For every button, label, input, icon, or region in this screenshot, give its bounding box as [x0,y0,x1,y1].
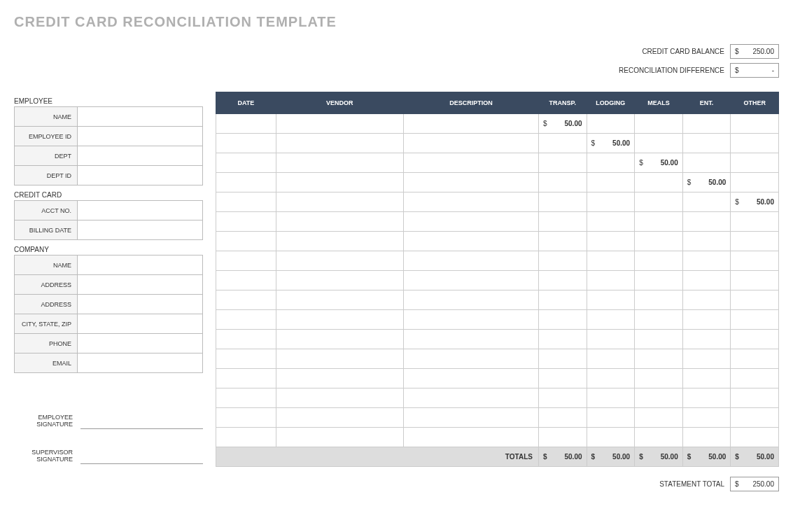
cell-meals[interactable] [635,310,683,330]
cell-description[interactable] [403,114,538,134]
cell-vendor[interactable] [276,408,403,428]
cell-meals[interactable]: $50.00 [635,153,683,173]
employee-id-input[interactable] [78,127,203,146]
cell-meals[interactable] [635,349,683,369]
cell-vendor[interactable] [276,212,403,232]
cell-transp[interactable] [538,192,587,212]
billing-date-input[interactable] [78,220,203,240]
cell-other[interactable] [731,134,779,153]
cell-description[interactable] [403,232,538,251]
acct-no-input[interactable] [78,201,203,220]
cell-ent[interactable] [682,310,731,330]
cell-vendor[interactable] [276,153,403,173]
cell-date[interactable] [216,173,276,192]
cell-ent[interactable]: $50.00 [682,173,731,192]
cell-lodging[interactable] [587,349,635,369]
cell-transp[interactable] [538,349,587,369]
cell-lodging[interactable] [587,369,635,388]
cell-other[interactable] [731,271,779,290]
cell-meals[interactable] [635,408,683,428]
cell-date[interactable] [216,349,276,369]
cell-meals[interactable] [635,192,683,212]
company-address2-input[interactable] [78,295,203,314]
company-name-input[interactable] [78,255,203,275]
cell-other[interactable]: $50.00 [731,192,779,212]
cell-transp[interactable] [538,212,587,232]
cell-other[interactable] [731,428,779,447]
cell-lodging[interactable] [587,153,635,173]
cell-transp[interactable] [538,310,587,330]
cell-date[interactable] [216,212,276,232]
cell-other[interactable] [731,153,779,173]
cell-transp[interactable] [538,369,587,388]
cell-transp[interactable]: $50.00 [538,114,587,134]
dept-id-input[interactable] [78,166,203,186]
cell-transp[interactable] [538,290,587,310]
cell-description[interactable] [403,290,538,310]
cell-transp[interactable] [538,251,587,271]
cell-transp[interactable] [538,408,587,428]
cell-other[interactable] [731,369,779,388]
cell-transp[interactable] [538,330,587,349]
cell-other[interactable] [731,290,779,310]
cell-date[interactable] [216,192,276,212]
cell-ent[interactable] [682,192,731,212]
cell-date[interactable] [216,251,276,271]
cell-meals[interactable] [635,330,683,349]
cell-vendor[interactable] [276,330,403,349]
dept-input[interactable] [78,146,203,166]
statement-total-box[interactable]: $ 250.00 [730,477,779,491]
cell-other[interactable] [731,173,779,192]
cell-ent[interactable] [682,153,731,173]
cell-ent[interactable] [682,232,731,251]
company-phone-input[interactable] [78,334,203,354]
cell-other[interactable] [731,388,779,408]
cell-meals[interactable] [635,114,683,134]
cell-lodging[interactable] [587,408,635,428]
cell-lodging[interactable] [587,330,635,349]
cell-ent[interactable] [682,388,731,408]
cell-ent[interactable] [682,212,731,232]
cell-meals[interactable] [635,388,683,408]
cell-description[interactable] [403,310,538,330]
cell-transp[interactable] [538,232,587,251]
company-address1-input[interactable] [78,275,203,295]
cell-meals[interactable] [635,232,683,251]
cell-other[interactable] [731,114,779,134]
cell-ent[interactable] [682,114,731,134]
cell-date[interactable] [216,232,276,251]
cell-description[interactable] [403,192,538,212]
cell-description[interactable] [403,153,538,173]
cell-date[interactable] [216,134,276,153]
cell-ent[interactable] [682,408,731,428]
cell-date[interactable] [216,388,276,408]
cell-lodging[interactable] [587,173,635,192]
cell-date[interactable] [216,369,276,388]
cell-vendor[interactable] [276,134,403,153]
cell-ent[interactable] [682,290,731,310]
cell-description[interactable] [403,251,538,271]
cell-date[interactable] [216,290,276,310]
cell-vendor[interactable] [276,232,403,251]
company-email-input[interactable] [78,354,203,373]
cell-date[interactable] [216,330,276,349]
cell-date[interactable] [216,271,276,290]
cell-description[interactable] [403,212,538,232]
cell-other[interactable] [731,310,779,330]
cell-meals[interactable] [635,271,683,290]
cell-vendor[interactable] [276,271,403,290]
cell-vendor[interactable] [276,388,403,408]
cell-other[interactable] [731,232,779,251]
cell-lodging[interactable] [587,232,635,251]
cell-transp[interactable] [538,134,587,153]
cell-other[interactable] [731,349,779,369]
cell-description[interactable] [403,271,538,290]
cell-vendor[interactable] [276,310,403,330]
cell-vendor[interactable] [276,369,403,388]
cell-date[interactable] [216,153,276,173]
cell-ent[interactable] [682,134,731,153]
cell-ent[interactable] [682,330,731,349]
cell-other[interactable] [731,330,779,349]
cell-ent[interactable] [682,428,731,447]
cell-lodging[interactable] [587,310,635,330]
